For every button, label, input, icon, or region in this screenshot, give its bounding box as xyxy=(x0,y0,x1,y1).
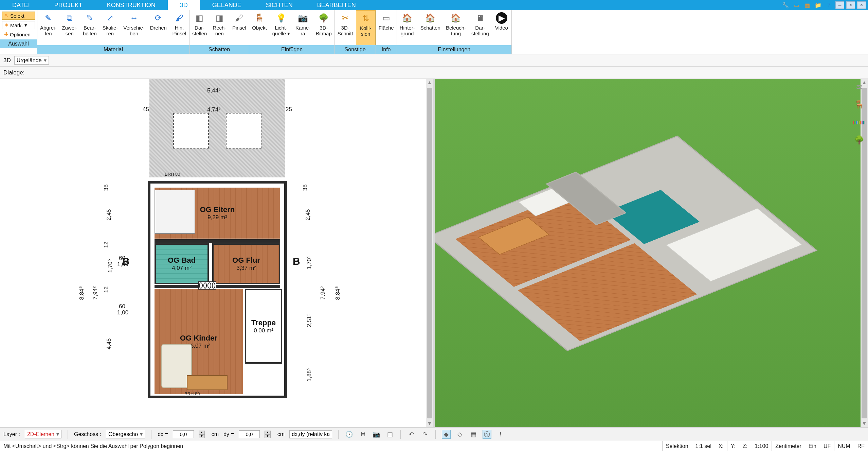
scroll-up-icon[interactable]: ▲ xyxy=(426,79,433,86)
tree-icon[interactable]: 🌳 xyxy=(853,134,865,146)
coord-mode-select[interactable]: dx,dy (relativ ka xyxy=(289,430,332,438)
ribbon-einfuegen-0[interactable]: 🪑Objekt xyxy=(249,10,269,45)
ribbon-einfuegen-2[interactable]: 📷Kame-ra xyxy=(293,10,313,45)
dim-inner-r: 7,94² xyxy=(320,287,326,300)
ribbon-label: stellen xyxy=(192,31,207,37)
menu-tab-sichten[interactable]: SICHTEN xyxy=(254,0,305,10)
ribbon-einstellungen-4[interactable]: ▶Video xyxy=(492,10,511,45)
ribbon-einstellungen-2[interactable]: 🏠Beleuch-tung xyxy=(443,10,469,45)
help-icon[interactable]: ? xyxy=(825,1,833,9)
crop-icon[interactable]: ◫ xyxy=(385,430,394,439)
dy-down[interactable]: ▼ xyxy=(265,434,271,438)
ribbon-label: Pinsel xyxy=(173,31,186,37)
status-uf: UF xyxy=(820,441,834,451)
menu-tab-bearbeiten[interactable]: BEARBEITEN xyxy=(305,0,368,10)
snap-plane-icon[interactable]: ◆ xyxy=(442,430,451,439)
material-icon-0: ✎ xyxy=(42,12,54,24)
status-scale: 1:100 xyxy=(751,441,772,451)
layer-combo[interactable]: Urgelände▾ xyxy=(14,56,49,65)
north-icon[interactable]: Ⓝ xyxy=(483,430,491,439)
menu-tab-gelaende[interactable]: GELÄNDE xyxy=(200,0,254,10)
menu-tab-projekt[interactable]: PROJEKT xyxy=(42,0,95,10)
ribbon-material-0[interactable]: ✎Abgrei-fen xyxy=(37,10,59,45)
menu-tab-datei[interactable]: DATEI xyxy=(0,0,42,10)
ribbon-label: tung xyxy=(451,31,461,37)
layers-icon[interactable]: ≋ xyxy=(853,81,865,93)
dim: 60 xyxy=(119,255,125,262)
minimize-button[interactable]: – xyxy=(835,1,844,9)
ribbon-material-1[interactable]: ⧉Zuwei-sen xyxy=(59,10,80,45)
window-icon[interactable]: ▭ xyxy=(792,1,801,9)
ribbon-schatten-1[interactable]: ◨Rech-nen xyxy=(210,10,229,45)
undo-icon[interactable]: ↶ xyxy=(407,430,416,439)
chair-icon[interactable]: 🪑 xyxy=(853,99,865,111)
pane-3d[interactable]: ▲ ▼ xyxy=(435,79,868,427)
room-treppe: Treppe0,00 m² xyxy=(245,289,282,364)
ribbon-material-6[interactable]: 🖌Hin.Pinsel xyxy=(169,10,189,45)
scrollbar-2d[interactable]: ▲ ▼ xyxy=(426,79,433,427)
ribbon-einfuegen-1[interactable]: 💡Licht-quelle ▾ xyxy=(270,10,293,45)
ribbon-label: Zuwei- xyxy=(62,25,77,31)
folder-icon[interactable]: 📁 xyxy=(814,1,822,9)
ribbon-label: grund xyxy=(401,31,414,37)
scroll-down-icon[interactable]: ▼ xyxy=(426,420,433,427)
maximize-button[interactable]: ▫ xyxy=(846,1,855,9)
material-icon-4: ↔ xyxy=(128,12,140,24)
ribbon-material-3[interactable]: ⤢Skalie-ren xyxy=(100,10,121,45)
ribbon-sonstige-0[interactable]: ✂3D-Schnitt xyxy=(335,10,356,45)
dy-up[interactable]: ▲ xyxy=(265,431,271,434)
ribbon-material-2[interactable]: ✎Bear-beiten xyxy=(80,10,100,45)
ribbon-material-4[interactable]: ↔Verschie-ben xyxy=(121,10,147,45)
misc-icon[interactable]: ⁞ xyxy=(496,430,505,439)
pane-2d[interactable]: 5,44⁵ 4,74⁵ 45 25 BRH 80 OG Eltern9,29 m… xyxy=(0,79,435,427)
dy-input[interactable] xyxy=(239,430,260,438)
scroll-thumb[interactable] xyxy=(427,88,432,418)
ribbon-label: Beleuch- xyxy=(446,25,466,31)
ribbon-einfuegen-3[interactable]: 🌳3D-Bitmap xyxy=(313,10,334,45)
monitor-icon[interactable]: 🖥 xyxy=(358,430,367,439)
ribbon-schatten-2[interactable]: 🖌Pinsel xyxy=(229,10,249,45)
dim: 60 xyxy=(119,303,125,310)
einfuegen-icon-0: 🪑 xyxy=(254,12,265,24)
geschoss-select[interactable]: Obergescho▾ xyxy=(106,430,145,438)
layer-select[interactable]: 2D-Elemen▾ xyxy=(25,430,61,438)
ribbon: ↖Selekt ✶Mark.▾ ✚Optionen Auswahl ✎Abgre… xyxy=(0,10,868,54)
ribbon-schatten-0[interactable]: ◧Dar-stellen xyxy=(189,10,210,45)
material-icon-5: ⟳ xyxy=(152,12,164,24)
clock-icon[interactable]: 🕓 xyxy=(345,430,354,439)
mark-button[interactable]: ✶Mark.▾ xyxy=(2,21,35,29)
optionen-button[interactable]: ✚Optionen xyxy=(2,31,35,38)
dx-up[interactable]: ▲ xyxy=(199,431,205,434)
redo-icon[interactable]: ↷ xyxy=(420,430,429,439)
unit-cm: cm xyxy=(212,431,219,437)
dx-input[interactable] xyxy=(173,430,194,438)
ribbon-sonstige-1[interactable]: ⇅Kolli-sion xyxy=(356,10,376,45)
grid-icon[interactable]: ▦ xyxy=(469,430,478,439)
ribbon-material-5[interactable]: ⟳Drehen xyxy=(147,10,169,45)
chevron-down-icon: ▾ xyxy=(44,57,47,64)
ribbon-einstellungen-0[interactable]: 🏠Hinter-grund xyxy=(397,10,418,45)
box-icon[interactable]: ▦ xyxy=(803,1,812,9)
ribbon-label: Rech- xyxy=(213,25,226,31)
status-ratio: 1:1 sel xyxy=(692,441,715,451)
menu-tab-konstruktion[interactable]: KONSTRUKTION xyxy=(95,0,168,10)
close-button[interactable]: × xyxy=(857,1,866,9)
material-palette-icon[interactable] xyxy=(853,116,865,128)
group-info-label: Info xyxy=(376,45,397,54)
dialoge-bar: Dialoge: xyxy=(0,67,868,79)
status-z: Z: xyxy=(739,441,751,451)
ribbon-einstellungen-3[interactable]: 🖥Dar-stellung xyxy=(469,10,492,45)
selekt-button[interactable]: ↖Selekt xyxy=(2,12,35,20)
view-mode-label: 3D xyxy=(3,57,11,64)
wrench-icon[interactable]: 🔧 xyxy=(781,1,790,9)
ribbon-info-0[interactable]: ▭Fläche xyxy=(376,10,397,45)
dx-down[interactable]: ▼ xyxy=(199,434,205,438)
scroll-down-icon[interactable]: ▼ xyxy=(861,420,868,427)
camera-icon[interactable]: 📷 xyxy=(372,430,381,439)
ribbon-label: Dar- xyxy=(195,25,204,31)
snap-icon[interactable]: ◇ xyxy=(455,430,464,439)
floor-plan: 5,44⁵ 4,74⁵ 45 25 BRH 80 OG Eltern9,29 m… xyxy=(54,79,319,427)
menu-tab-3d[interactable]: 3D xyxy=(168,0,200,10)
ribbon-einstellungen-1[interactable]: 🏠Schatten xyxy=(418,10,443,45)
ribbon-label: sen xyxy=(66,31,74,37)
